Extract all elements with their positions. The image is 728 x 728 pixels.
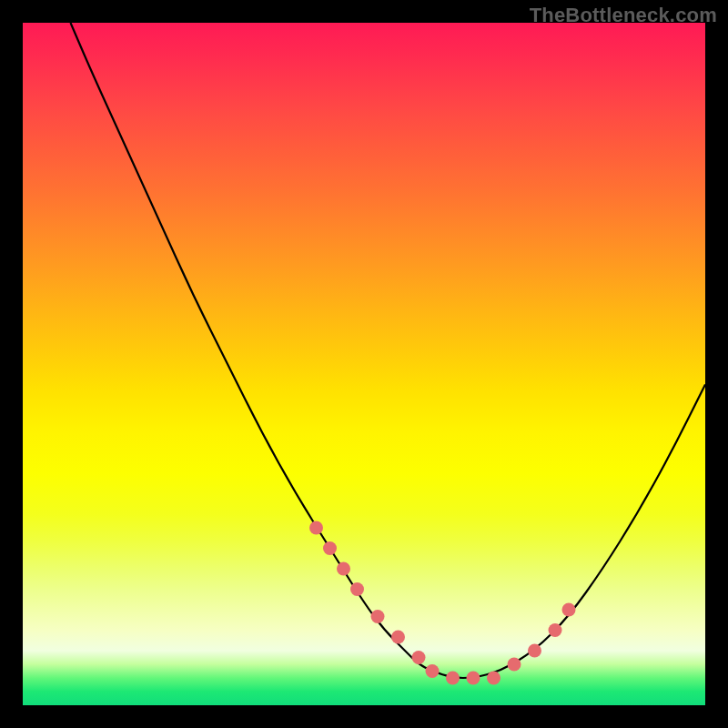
- marker-dot: [487, 672, 500, 685]
- chart-container: TheBottleneck.com: [0, 0, 728, 728]
- marker-dot: [446, 672, 460, 685]
- marker-dot: [426, 664, 440, 678]
- marker-dot: [549, 623, 562, 637]
- curve-layer: [23, 23, 705, 705]
- marker-dot: [323, 541, 337, 555]
- marker-dot: [562, 603, 576, 617]
- marker-dot: [528, 644, 541, 658]
- marker-dot: [391, 631, 405, 644]
- plot-area: [23, 23, 705, 705]
- marker-dot: [371, 610, 385, 623]
- marker-group: [309, 521, 576, 685]
- marker-dot: [412, 651, 426, 664]
- marker-dot: [337, 562, 350, 576]
- bottleneck-curve-path: [71, 23, 706, 678]
- marker-dot: [309, 521, 323, 535]
- watermark-text: TheBottleneck.com: [530, 4, 717, 27]
- marker-dot: [467, 672, 480, 685]
- marker-dot: [350, 582, 364, 596]
- marker-dot: [508, 658, 521, 672]
